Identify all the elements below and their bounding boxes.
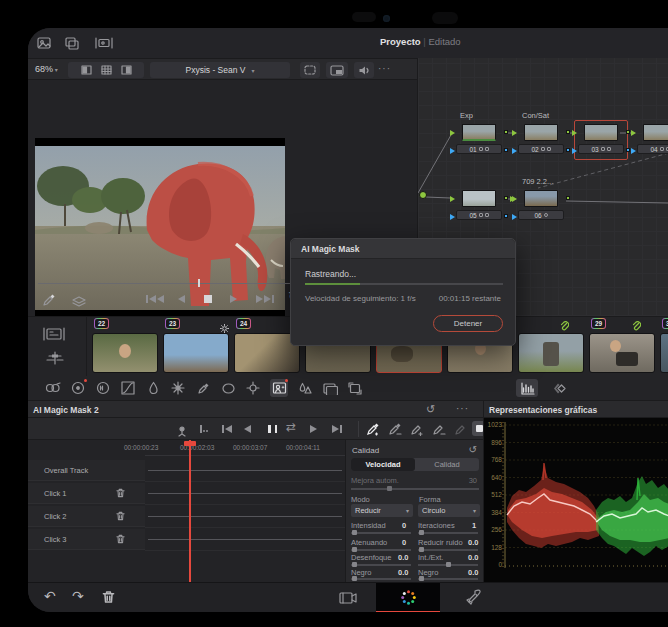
stills-icon[interactable]: [64, 35, 80, 55]
blur-icon[interactable]: [296, 379, 314, 397]
hdr-wheels-icon[interactable]: [94, 379, 112, 397]
track-row-click3[interactable]: Click 3: [28, 529, 145, 550]
grid-viewer-icon[interactable]: [101, 65, 112, 75]
forward-button[interactable]: [310, 425, 317, 433]
color-picker-icon[interactable]: [42, 293, 56, 311]
track-row-click1[interactable]: Click 1: [28, 483, 145, 504]
node-04[interactable]: 04: [637, 124, 668, 154]
node-01[interactable]: Exp 01: [456, 124, 502, 154]
previous-clip-button[interactable]: [146, 295, 164, 303]
curves-icon[interactable]: [119, 379, 137, 397]
color-page-tab-active[interactable]: [376, 583, 440, 612]
dialog-title[interactable]: AI Magic Mask: [291, 239, 515, 259]
viewer-more-menu[interactable]: ···: [378, 63, 391, 74]
auto-improve-slider[interactable]: [351, 488, 479, 490]
warper-icon[interactable]: [169, 379, 187, 397]
param-value[interactable]: 1: [472, 521, 476, 530]
reset-panel-icon[interactable]: ↺: [426, 403, 435, 416]
camera-raw-icon[interactable]: [44, 379, 62, 397]
project-label[interactable]: Proyecto: [380, 36, 421, 47]
param-value[interactable]: 0.0: [468, 553, 478, 562]
clip-name-dropdown[interactable]: Pxysis - Sean V ▾: [150, 62, 290, 78]
gallery-icon[interactable]: [36, 35, 52, 55]
timeline-playhead[interactable]: [189, 440, 191, 582]
param-slider[interactable]: [351, 549, 411, 551]
tab-calidad[interactable]: Calidad: [415, 458, 479, 471]
clip-thumbnail-23[interactable]: [163, 333, 229, 373]
qualifier-icon[interactable]: [144, 379, 162, 397]
color-wheels-icon[interactable]: [69, 379, 87, 397]
delete-track-icon[interactable]: [116, 511, 125, 521]
keyframe-lane[interactable]: [148, 470, 342, 471]
node-03[interactable]: 03: [578, 124, 624, 154]
zoom-level-control[interactable]: 68% ▾: [35, 64, 58, 74]
settings-reset-icon[interactable]: ↺: [469, 444, 477, 455]
keyframe-lane[interactable]: [148, 493, 342, 494]
single-viewer-icon[interactable]: [81, 65, 92, 75]
track-backward-icon[interactable]: [200, 425, 208, 433]
shape-dropdown[interactable]: Circulo▾: [418, 504, 480, 517]
delete-track-icon[interactable]: [116, 534, 125, 544]
delete-button[interactable]: [102, 590, 115, 608]
param-value[interactable]: 0.0: [468, 538, 478, 547]
track-row-click2[interactable]: Click 2: [28, 506, 145, 527]
track-point-icon[interactable]: [176, 423, 188, 441]
keyframe-lane[interactable]: [148, 539, 342, 540]
stop-tracking-button[interactable]: Detener: [433, 315, 503, 332]
loop-track-button[interactable]: ⇄: [286, 420, 296, 434]
node-02[interactable]: Con/Sat 02: [518, 124, 564, 154]
step-start-button[interactable]: [222, 425, 232, 433]
power-window-icon[interactable]: [219, 379, 237, 397]
reverse-button[interactable]: [244, 425, 251, 433]
stroke-subtract-picker-icon[interactable]: [432, 422, 446, 440]
lut-strip-icon[interactable]: [42, 325, 66, 347]
param-value[interactable]: 0.0: [468, 568, 478, 577]
param-slider[interactable]: [351, 532, 411, 534]
redo-button[interactable]: ↷: [72, 588, 84, 604]
magic-mask-icon[interactable]: [270, 379, 288, 397]
timeline-mode-icon[interactable]: [46, 351, 64, 369]
sizing-icon[interactable]: [346, 379, 364, 397]
key-icon[interactable]: [321, 379, 339, 397]
edit-page-icon[interactable]: [338, 590, 358, 610]
scopes-icon[interactable]: [516, 379, 538, 397]
param-value[interactable]: 0.0: [398, 568, 408, 577]
param-slider[interactable]: [418, 532, 478, 534]
gallery-stack-icon[interactable]: [552, 379, 570, 397]
gear-icon[interactable]: [220, 319, 229, 337]
clip-thumbnail-29[interactable]: [589, 333, 655, 373]
pause-button[interactable]: [268, 425, 277, 433]
node-05[interactable]: 05: [456, 190, 502, 220]
track-row-overall[interactable]: Overall Track: [28, 460, 145, 481]
mask-timeline[interactable]: 00:00:00:23 00:00:02:03 00:00:03:07 00:0…: [28, 440, 345, 582]
mode-dropdown[interactable]: Reducir▾: [351, 504, 413, 517]
eraser-picker-icon[interactable]: [454, 422, 468, 440]
stroke-add-picker-icon[interactable]: [410, 422, 424, 440]
param-slider[interactable]: [418, 578, 478, 580]
waveform-scope[interactable]: 1023 896 768 640 512 384 256 128 0: [483, 418, 668, 582]
tab-velocidad[interactable]: Velocidad: [351, 458, 415, 471]
lut-browser-icon[interactable]: [94, 35, 114, 55]
param-slider[interactable]: [351, 564, 411, 566]
keyframe-lane[interactable]: [148, 516, 342, 517]
next-clip-button[interactable]: [256, 295, 274, 303]
param-slider[interactable]: [351, 578, 411, 580]
delivery-page-icon[interactable]: [464, 588, 483, 611]
proxy-quality-icon[interactable]: [326, 62, 348, 78]
play-reverse-button[interactable]: [178, 295, 185, 303]
delete-track-icon[interactable]: [116, 488, 125, 498]
panel-more-menu[interactable]: ···: [456, 403, 469, 414]
param-slider[interactable]: [418, 564, 478, 566]
undo-button[interactable]: ↶: [44, 588, 56, 604]
viewer-playhead[interactable]: [198, 279, 200, 287]
node-06[interactable]: 709 2.2... 06: [518, 190, 564, 220]
clip-thumbnail-22[interactable]: [92, 333, 158, 373]
split-viewer-icon[interactable]: [121, 65, 132, 75]
clip-thumbnail-28[interactable]: [518, 333, 584, 373]
param-value[interactable]: 0: [402, 538, 406, 547]
mask-subtract-picker-icon[interactable]: [388, 422, 402, 440]
audio-icon[interactable]: [354, 62, 374, 78]
param-value[interactable]: 0: [402, 521, 406, 530]
wipe-modes-icon[interactable]: [72, 294, 86, 312]
bypass-grades-icon[interactable]: [300, 62, 320, 78]
